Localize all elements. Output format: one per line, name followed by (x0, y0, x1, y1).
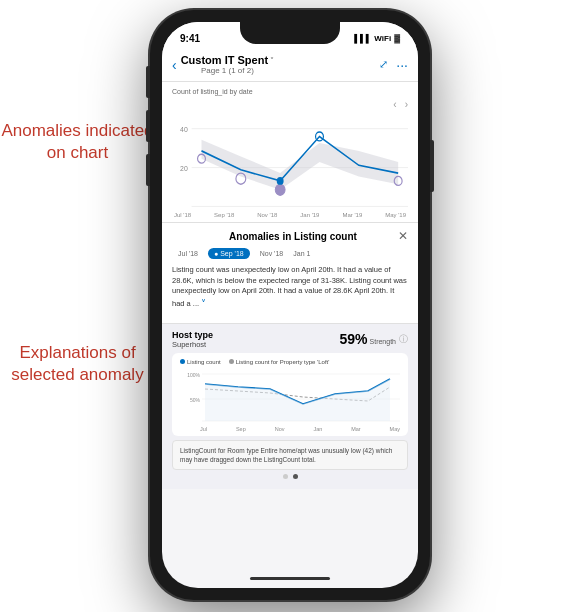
host-type-info: Host type Superhost (172, 330, 213, 349)
nav-subtitle: Page 1 (1 of 2) (181, 66, 274, 75)
battery-icon: ▓ (394, 34, 400, 43)
legend-dot-blue (180, 359, 185, 364)
mini-chart-svg: 100% 50% (180, 369, 400, 424)
phone-outer: 9:41 ▌▌▌ WiFi ▓ ‹ Custom IT Spent ˅ (150, 10, 430, 600)
anomalies-panel: Anomalies in Listing count ✕ Jul '18 ● S… (162, 222, 418, 323)
svg-point-10 (277, 177, 284, 185)
svg-text:20: 20 (180, 163, 188, 173)
annotation-bottom: Explanations of selected anomaly (0, 342, 155, 386)
mini-x-may: May (390, 426, 400, 432)
annotation-top: Anomalies indicated on chart (0, 120, 155, 164)
notch (240, 22, 340, 44)
chevron-down-icon[interactable]: ˅ (270, 56, 274, 65)
host-type-row: Host type Superhost 59% Strength ⓘ (172, 330, 408, 349)
legend-label-listing: Listing count (187, 359, 221, 365)
nav-bar: ‹ Custom IT Spent ˅ Page 1 (1 of 2) ⤢ ··… (162, 50, 418, 82)
annotation-top-line1: Anomalies indicated (1, 121, 153, 140)
mini-chart-legend: Listing count Listing count for Property… (180, 359, 400, 365)
strength-label: Strength (370, 338, 396, 345)
mini-chart-x-labels: Jul Sep Nov Jan Mar May (180, 426, 400, 432)
nav-title-area: ‹ Custom IT Spent ˅ Page 1 (1 of 2) (172, 54, 274, 75)
x-label-jul: Jul '18 (174, 212, 191, 218)
nav-right-icons: ⤢ ··· (379, 57, 408, 73)
left-annotations: Anomalies indicated on chart Explanation… (0, 0, 155, 612)
mini-chart-section: Listing count Listing count for Property… (172, 353, 408, 436)
legend-dot-gray (229, 359, 234, 364)
annotation-bottom-line2: selected anomaly (11, 365, 143, 384)
svg-text:50%: 50% (190, 397, 201, 403)
home-indicator (250, 577, 330, 580)
phone-wrapper: 9:41 ▌▌▌ WiFi ▓ ‹ Custom IT Spent ˅ (150, 10, 430, 600)
svg-point-6 (275, 184, 285, 195)
chart-prev-btn[interactable]: ‹ (393, 99, 396, 110)
chart-next-btn[interactable]: › (405, 99, 408, 110)
svg-text:40: 40 (180, 125, 188, 135)
signal-icon: ▌▌▌ (354, 34, 371, 43)
explanation-text: ListingCount for Room type Entire home/a… (180, 447, 392, 463)
strength-percentage: 59% (340, 331, 368, 347)
status-icons: ▌▌▌ WiFi ▓ (354, 34, 400, 43)
chart-area: 40 20 (172, 112, 408, 212)
chart-nav: ‹ › (172, 99, 408, 110)
anomalies-header: Anomalies in Listing count ✕ (172, 229, 408, 243)
page-dot-2[interactable] (293, 474, 298, 479)
page-dots (172, 470, 408, 483)
tab-pills: Jul '18 ● Sep '18 Nov '18 Jan 1 (172, 248, 408, 259)
phone-screen: 9:41 ▌▌▌ WiFi ▓ ‹ Custom IT Spent ˅ (162, 22, 418, 588)
legend-property-loft: Listing count for Property type 'Loft' (229, 359, 330, 365)
annotation-bottom-line1: Explanations of (19, 343, 135, 362)
chart-label: Count of listing_id by date (172, 88, 408, 95)
anomaly-text: Listing count was unexpectedly low on Ap… (172, 265, 408, 311)
anomalies-title: Anomalies in Listing count (188, 231, 398, 242)
expand-icon[interactable]: ⤢ (379, 58, 388, 71)
nav-title: Custom IT Spent (181, 54, 268, 66)
wifi-icon: WiFi (374, 34, 391, 43)
tab-jul18[interactable]: Jul '18 (172, 248, 204, 259)
tab-jan[interactable]: Jan 1 (293, 250, 310, 257)
read-more-icon[interactable]: ˅ (201, 298, 206, 309)
page-dot-1[interactable] (283, 474, 288, 479)
mini-x-sep: Sep (236, 426, 246, 432)
anomalies-close-button[interactable]: ✕ (398, 229, 408, 243)
host-type-value: Superhost (172, 340, 213, 349)
tab-sep18[interactable]: ● Sep '18 (208, 248, 250, 259)
host-type-section: Host type Superhost 59% Strength ⓘ (162, 323, 418, 489)
legend-listing-count: Listing count (180, 359, 221, 365)
anomaly-description: Listing count was unexpectedly low on Ap… (172, 265, 407, 307)
mini-x-jan: Jan (313, 426, 322, 432)
annotation-top-line2: on chart (47, 143, 108, 162)
status-time: 9:41 (180, 33, 200, 44)
strength-area: 59% Strength ⓘ (340, 331, 409, 347)
mini-x-jul: Jul (200, 426, 207, 432)
legend-label-loft: Listing count for Property type 'Loft' (236, 359, 330, 365)
x-label-may: May '19 (385, 212, 406, 218)
x-label-sep: Sep '18 (214, 212, 234, 218)
back-button[interactable]: ‹ (172, 57, 177, 73)
mini-x-nov: Nov (275, 426, 285, 432)
chart-x-labels: Jul '18 Sep '18 Nov '18 Jan '19 Mar '19 … (172, 212, 408, 218)
more-icon[interactable]: ··· (396, 57, 408, 73)
bottom-explanation: ListingCount for Room type Entire home/a… (172, 440, 408, 470)
x-label-mar: Mar '19 (342, 212, 362, 218)
tab-nov18[interactable]: Nov '18 (254, 248, 290, 259)
mini-x-mar: Mar (351, 426, 360, 432)
chart-svg: 40 20 (172, 112, 408, 212)
svg-text:100%: 100% (187, 372, 200, 378)
info-icon[interactable]: ⓘ (399, 333, 408, 346)
strength-info: 59% Strength (340, 331, 397, 347)
mini-chart-area: 100% 50% (180, 369, 400, 424)
chart-section: Count of listing_id by date ‹ › 40 20 (162, 82, 418, 222)
nav-title-group: Custom IT Spent ˅ Page 1 (1 of 2) (181, 54, 274, 75)
x-label-nov: Nov '18 (257, 212, 277, 218)
host-type-label: Host type (172, 330, 213, 340)
x-label-jan: Jan '19 (300, 212, 319, 218)
